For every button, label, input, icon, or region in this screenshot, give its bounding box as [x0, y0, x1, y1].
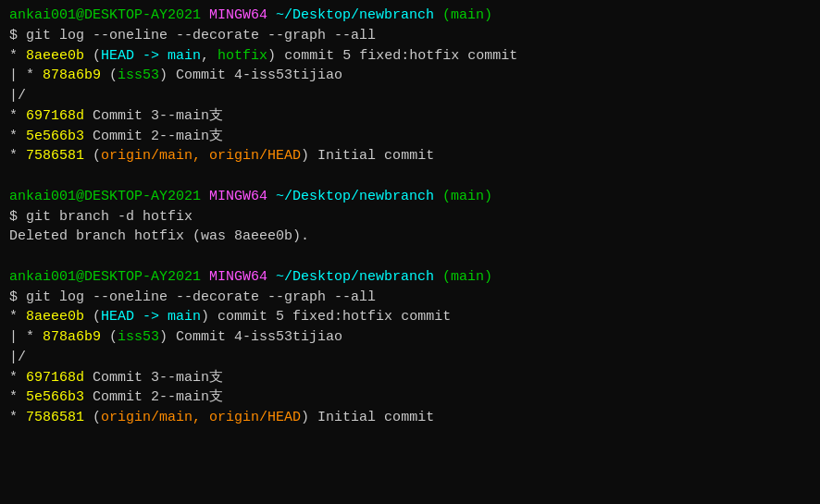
command-line-3: $ git log --oneline --decorate --graph -… [9, 288, 811, 308]
msg-1-6: Initial commit [309, 148, 434, 164]
hash-2-4: 697168d [26, 370, 84, 386]
msg-2-1: commit 5 fixed:hotfix commit [209, 309, 451, 325]
log-line-1-6: * 7586581 (origin/main, origin/HEAD) Ini… [9, 146, 811, 166]
cmd-text-1: git log --oneline --decorate --graph --a… [26, 28, 376, 43]
msg-2-2: Commit 4-iss53tijiao [168, 329, 342, 345]
prompt-host-2: DESKTOP-AY2021 [84, 189, 201, 204]
hash-2-6: 7586581 [26, 410, 84, 425]
prompt-path-2: ~/Desktop/newbranch [267, 189, 434, 204]
log-line-2-4: * 697168d Commit 3--main支 [9, 368, 811, 388]
prompt-path-1: ~/Desktop/newbranch [267, 7, 434, 23]
log-line-1-4: * 697168d Commit 3--main支 [9, 106, 811, 127]
prompt-branch-2: (main) [434, 189, 492, 204]
graph-pipe-1-2: | [9, 68, 26, 83]
msg-2-5: Commit 2--main支 [84, 389, 223, 405]
graph-star-2-4: * [9, 370, 26, 386]
ref-open-2-2: ( [101, 329, 118, 345]
ref-iss53-1-2: iss53 [118, 68, 159, 83]
prompt-at-2: @ [76, 189, 84, 204]
hash-2-1: 8aeee0b [26, 309, 84, 325]
ref-iss53-2-2: iss53 [118, 329, 159, 345]
prompt-at-1: @ [76, 7, 84, 23]
prompt-line-3: ankai001@DESKTOP-AY2021 MINGW64 ~/Deskto… [9, 267, 811, 288]
terminal-window: ankai001@DESKTOP-AY2021 MINGW64 ~/Deskto… [9, 6, 811, 428]
dollar-1: $ [9, 28, 26, 43]
ref-hotfix-1-1: hotfix [217, 48, 267, 64]
ref-close-1-1: ) [267, 48, 276, 64]
log-line-1-5: * 5e566b3 Commit 2--main支 [9, 127, 811, 147]
log-line-2-2: | * 878a6b9 (iss53) Commit 4-iss53tijiao [9, 327, 811, 348]
hash-1-6: 7586581 [26, 148, 84, 164]
prompt-branch-1: (main) [434, 7, 492, 23]
dollar-2: $ [9, 209, 26, 225]
hash-2-2: 878a6b9 [43, 329, 101, 345]
ref-open-1-2: ( [101, 68, 118, 83]
deleted-text: Deleted branch hotfix (was 8aeee0b). [9, 228, 309, 244]
deleted-branch-line: Deleted branch hotfix (was 8aeee0b). [9, 227, 811, 247]
prompt-mingw-1: MINGW64 [201, 7, 267, 23]
prompt-mingw-2: MINGW64 [201, 189, 267, 204]
prompt-mingw-3: MINGW64 [201, 269, 267, 285]
prompt-user-3: ankai001 [9, 269, 76, 285]
graph-pipe-1-3: |/ [9, 88, 26, 104]
cmd-text-2: git branch -d hotfix [26, 209, 193, 225]
command-line-1: $ git log --oneline --decorate --graph -… [9, 26, 811, 46]
ref-remote-1-6: origin/main, origin/HEAD [101, 148, 301, 164]
dollar-3: $ [9, 289, 26, 305]
ref-close-2-6: ) [301, 410, 309, 425]
blank-line-1 [9, 166, 811, 187]
hash-1-4: 697168d [26, 108, 84, 124]
msg-1-2: Commit 4-iss53tijiao [168, 68, 342, 83]
prompt-user-2: ankai001 [9, 189, 76, 204]
log-line-1-1: * 8aeee0b (HEAD -> main, hotfix) commit … [9, 46, 811, 67]
msg-2-4: Commit 3--main支 [84, 370, 223, 386]
msg-1-1: commit 5 fixed:hotfix commit [276, 48, 517, 64]
ref-open-2-1: ( [84, 309, 101, 325]
log-line-2-6: * 7586581 (origin/main, origin/HEAD) Ini… [9, 408, 811, 428]
ref-close-1-6: ) [301, 148, 309, 164]
log-line-2-1: * 8aeee0b (HEAD -> main) commit 5 fixed:… [9, 307, 811, 327]
ref-head-2-1: HEAD -> main [101, 309, 201, 325]
graph-star-2-6: * [9, 410, 26, 425]
prompt-at-3: @ [76, 269, 84, 285]
ref-open-2-6: ( [84, 410, 101, 425]
graph-star-2-5: * [9, 389, 26, 405]
graph-star-2-1: * [9, 309, 26, 325]
log-line-1-2: | * 878a6b9 (iss53) Commit 4-iss53tijiao [9, 66, 811, 86]
prompt-user-1: ankai001 [9, 7, 76, 23]
hash-1-5: 5e566b3 [26, 129, 84, 144]
ref-head-1-1: HEAD -> main [101, 48, 201, 64]
prompt-host-1: DESKTOP-AY2021 [84, 7, 201, 23]
graph-pipe-2-3: |/ [9, 350, 26, 365]
ref-remote-2-6: origin/main, origin/HEAD [101, 410, 301, 425]
prompt-line-1: ankai001@DESKTOP-AY2021 MINGW64 ~/Deskto… [9, 6, 811, 26]
log-line-1-3: |/ [9, 86, 811, 106]
log-line-2-3: |/ [9, 348, 811, 368]
cmd-text-3: git log --oneline --decorate --graph --a… [26, 289, 376, 305]
ref-close-2-1: ) [201, 309, 209, 325]
ref-sep-1-1: , [201, 48, 217, 64]
msg-2-6: Initial commit [309, 410, 434, 425]
graph-star-1-6: * [9, 148, 26, 164]
prompt-host-3: DESKTOP-AY2021 [84, 269, 201, 285]
prompt-branch-3: (main) [434, 269, 492, 285]
hash-1-1: 8aeee0b [26, 48, 84, 64]
prompt-line-2: ankai001@DESKTOP-AY2021 MINGW64 ~/Deskto… [9, 187, 811, 207]
ref-open-1-6: ( [84, 148, 101, 164]
ref-close-2-2: ) [159, 329, 168, 345]
msg-1-5: Commit 2--main支 [84, 129, 223, 144]
prompt-path-3: ~/Desktop/newbranch [267, 269, 434, 285]
log-line-2-5: * 5e566b3 Commit 2--main支 [9, 387, 811, 408]
graph-star-2-2: * [26, 329, 43, 345]
blank-line-2 [9, 247, 811, 267]
graph-star-1-2: * [26, 68, 43, 83]
hash-1-2: 878a6b9 [43, 68, 101, 83]
msg-1-4: Commit 3--main支 [84, 108, 223, 124]
graph-star-1-4: * [9, 108, 26, 124]
hash-2-5: 5e566b3 [26, 389, 84, 405]
graph-star-1-1: * [9, 48, 26, 64]
graph-star-1-5: * [9, 129, 26, 144]
command-line-2: $ git branch -d hotfix [9, 207, 811, 227]
graph-pipe-2-2: | [9, 329, 26, 345]
ref-close-1-2: ) [159, 68, 168, 83]
